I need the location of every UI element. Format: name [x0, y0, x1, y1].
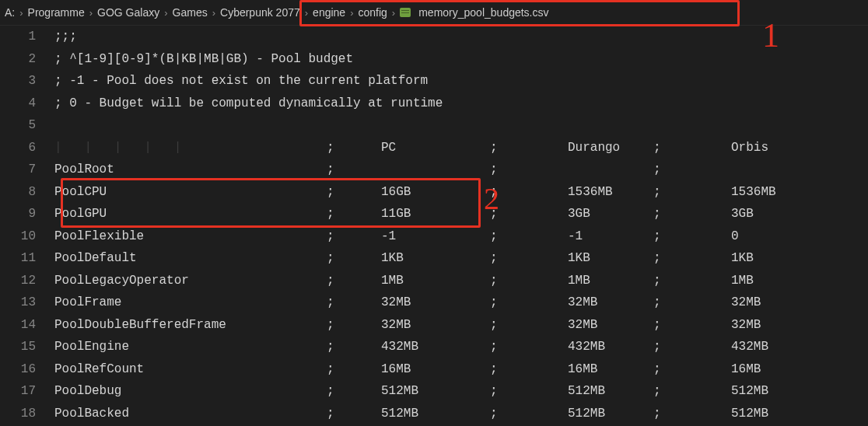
csv-sep: ; — [459, 336, 506, 358]
csv-header-pc: PC — [342, 137, 459, 159]
csv-row[interactable]: PoolDoubleBufferedFrame;32MB;32MB;32MB — [54, 314, 868, 337]
csv-sep: ; — [327, 225, 342, 248]
csv-value-pc: 32MB — [342, 314, 459, 337]
breadcrumb-item[interactable]: Programme — [28, 6, 85, 19]
csv-row[interactable]: PoolDebug;512MB;512MB;512MB — [54, 380, 868, 403]
csv-sep: ; — [327, 358, 342, 381]
csv-value-durango: 1KB — [506, 247, 653, 270]
csv-sep: ; — [327, 403, 342, 425]
csv-sep: ; — [327, 380, 342, 403]
csv-sep: ; — [459, 358, 506, 381]
breadcrumb-root[interactable]: A: — [5, 6, 15, 19]
csv-row[interactable]: PoolGPU;11GB;3GB;3GB — [54, 203, 868, 225]
csv-sep: ; — [327, 314, 342, 337]
csv-pool-name: PoolDoubleBufferedFrame — [54, 314, 327, 337]
csv-sep: ; — [653, 181, 669, 204]
code-line[interactable]: ;;; — [54, 26, 868, 48]
csv-header-row[interactable]: | | | | |;PC;Durango;Orbis — [54, 137, 868, 159]
chevron-right-icon: › — [305, 7, 308, 19]
csv-row[interactable]: PoolFlexible;-1;-1;0 — [54, 225, 868, 248]
chevron-right-icon: › — [89, 7, 93, 19]
csv-sep: ; — [653, 314, 669, 337]
csv-pool-name: PoolDefault — [54, 247, 327, 270]
csv-value-orbis: 1MB — [669, 270, 762, 292]
csv-value-pc: -1 — [342, 225, 459, 248]
csv-sep: ; — [653, 203, 669, 225]
csv-sep: ; — [653, 403, 669, 425]
csv-row[interactable]: PoolCPU;16GB;1536MB;1536MB — [54, 181, 868, 204]
csv-sep: ; — [653, 159, 669, 181]
csv-sep: ; — [327, 270, 342, 292]
csv-row[interactable]: PoolLegacyOperator;1MB;1MB;1MB — [54, 270, 868, 292]
csv-pool-name: PoolCPU — [54, 181, 327, 204]
breadcrumb-item[interactable]: engine — [313, 6, 345, 19]
code-content[interactable]: ;;;; ^[1-9][0-9]*(B|KB|MB|GB) - Pool bud… — [54, 26, 868, 426]
csv-sep: ; — [459, 159, 506, 181]
breadcrumb-item[interactable]: config — [359, 6, 387, 19]
csv-sep: ; — [653, 270, 669, 292]
chevron-right-icon: › — [212, 7, 215, 19]
code-line[interactable] — [54, 114, 868, 137]
csv-value-pc: 432MB — [342, 336, 459, 358]
csv-value-pc: 32MB — [342, 292, 459, 314]
csv-row[interactable]: PoolFrame;32MB;32MB;32MB — [54, 292, 868, 314]
csv-value-pc: 512MB — [342, 403, 459, 425]
csv-pool-name: PoolLegacyOperator — [54, 270, 327, 292]
csv-pool-name: PoolGPU — [54, 203, 327, 225]
chevron-right-icon: › — [19, 7, 23, 19]
csv-value-durango: 32MB — [506, 292, 653, 314]
csv-sep: ; — [459, 403, 506, 425]
code-line[interactable]: ; ^[1-9][0-9]*(B|KB|MB|GB) - Pool budget — [54, 48, 868, 71]
csv-sep: ; — [653, 137, 669, 159]
csv-row[interactable]: PoolDefault;1KB;1KB;1KB — [54, 247, 868, 270]
csv-value-orbis: 432MB — [669, 336, 762, 358]
csv-row[interactable]: PoolBacked;512MB;512MB;512MB — [54, 403, 868, 425]
csv-pool-name: PoolRoot — [54, 159, 327, 181]
csv-value-durango: 1MB — [506, 270, 653, 292]
csv-row[interactable]: PoolEngine;432MB;432MB;432MB — [54, 336, 868, 358]
csv-sep: ; — [459, 203, 506, 225]
csv-sep: ; — [459, 314, 506, 337]
csv-sep: ; — [327, 137, 342, 159]
csv-pool-name: PoolRefCount — [54, 358, 327, 381]
csv-value-durango: 3GB — [506, 203, 653, 225]
csv-sep: ; — [327, 336, 342, 358]
whitespace-indicator: | | | | | — [54, 137, 327, 159]
csv-value-pc: 1MB — [342, 270, 459, 292]
code-editor[interactable]: 123456789101112131415161718 ;;;; ^[1-9][… — [0, 26, 868, 426]
csv-sep: ; — [653, 358, 669, 381]
chevron-right-icon: › — [392, 7, 395, 19]
breadcrumb: A: › Programme › GOG Galaxy › Games › Cy… — [0, 0, 868, 26]
code-line[interactable]: ; -1 - Pool does not exist on the curren… — [54, 70, 868, 93]
csv-pool-name: PoolFlexible — [54, 225, 327, 248]
csv-header-orbis: Orbis — [669, 137, 762, 159]
chevron-right-icon: › — [164, 7, 167, 19]
csv-sep: ; — [327, 292, 342, 314]
breadcrumb-item[interactable]: GOG Galaxy — [97, 6, 159, 19]
csv-value-orbis: 32MB — [669, 292, 762, 314]
csv-value-orbis: 32MB — [669, 314, 762, 337]
breadcrumb-item[interactable]: Games — [173, 6, 208, 19]
csv-value-durango: 16MB — [506, 358, 653, 381]
csv-value-orbis: 1KB — [669, 247, 762, 270]
csv-file-icon — [400, 6, 414, 19]
breadcrumb-file[interactable]: memory_pool_budgets.csv — [418, 6, 548, 19]
breadcrumb-item[interactable]: Cyberpunk 2077 — [220, 6, 300, 19]
code-line[interactable]: ; 0 - Budget will be computed dynamicall… — [54, 93, 868, 115]
csv-value-orbis: 1536MB — [669, 181, 762, 204]
csv-sep: ; — [459, 225, 506, 248]
csv-sep: ; — [459, 137, 506, 159]
csv-value-pc: 11GB — [342, 203, 459, 225]
csv-value-pc: 16GB — [342, 181, 459, 204]
csv-row[interactable]: PoolRefCount;16MB;16MB;16MB — [54, 358, 868, 381]
csv-row[interactable]: PoolRoot;;; — [54, 159, 868, 181]
csv-sep: ; — [459, 181, 506, 204]
csv-value-durango: -1 — [506, 225, 653, 248]
csv-sep: ; — [459, 270, 506, 292]
csv-sep: ; — [459, 292, 506, 314]
csv-value-durango: 32MB — [506, 314, 653, 337]
csv-sep: ; — [327, 159, 342, 181]
csv-value-orbis: 3GB — [669, 203, 762, 225]
csv-value-orbis: 16MB — [669, 358, 762, 381]
csv-pool-name: PoolDebug — [54, 380, 327, 403]
